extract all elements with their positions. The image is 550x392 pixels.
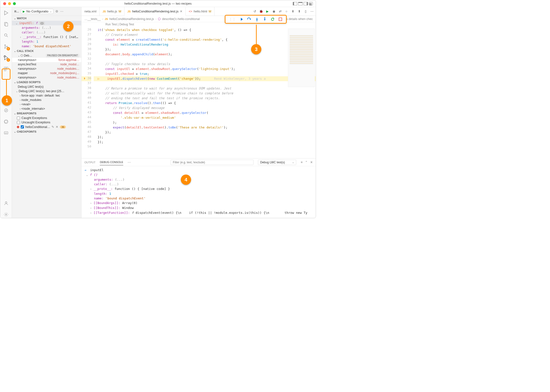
breakpoints-header[interactable]: ⌄Breakpoints <box>12 111 81 116</box>
test-icon[interactable] <box>3 107 10 114</box>
filter-input[interactable] <box>171 160 254 165</box>
breakpoint-row[interactable]: Caught Exceptions <box>12 116 81 120</box>
tab-hello-html[interactable]: <> hello.html M <box>186 7 214 16</box>
session-select[interactable]: Debug LWC test(s)⌄ <box>258 160 296 165</box>
loaded-script[interactable]: › <eval> <box>12 102 81 107</box>
stack-frame[interactable]: <anonymous> node_modules… <box>12 75 81 80</box>
maximize-window-button[interactable] <box>13 2 16 5</box>
callout-1: 1 <box>2 95 12 106</box>
close-panel-icon[interactable]: ✕ <box>310 160 313 164</box>
watch-item[interactable]: name: 'bound dispatchEvent' <box>12 44 81 49</box>
loaded-script[interactable]: › force-app/main/default/lwc <box>12 93 81 98</box>
callstack-section-header[interactable]: ⌄Call Stack <box>12 49 81 53</box>
continue-button[interactable] <box>239 17 244 21</box>
loaded-script[interactable]: Debug LWC test(s) <box>12 85 81 89</box>
debug-icon[interactable]: 1 <box>3 54 10 61</box>
bug-icon[interactable]: 🐞 <box>259 10 263 13</box>
debug-console-output[interactable]: → inputEl ⌄ f () arguments: (...) caller… <box>81 166 316 218</box>
github-icon[interactable] <box>3 118 10 125</box>
uncaught-checkbox[interactable] <box>17 121 20 124</box>
step-over-button[interactable] <box>247 17 251 21</box>
js-icon: JS <box>127 10 131 13</box>
caught-checkbox[interactable] <box>17 117 20 120</box>
more-icon[interactable]: ⋯ <box>310 10 314 13</box>
more-icon[interactable]: ⋯ <box>60 10 63 13</box>
loaded-script[interactable]: › <node_internals> <box>12 107 81 111</box>
remove-icon[interactable]: ✕ <box>56 125 58 129</box>
gear-icon[interactable]: ⚙ <box>55 10 58 13</box>
edit-icon[interactable]: ✎ <box>51 125 54 129</box>
config-name: No Configuratio <box>26 10 48 13</box>
js-icon: JS <box>105 18 108 20</box>
api-icon[interactable]: API <box>3 129 10 136</box>
minimize-window-button[interactable] <box>8 2 11 5</box>
debug-console-tab[interactable]: Debug Console <box>100 159 123 165</box>
js-icon: JS <box>102 10 106 13</box>
bottom-panel: Output Debug Console ⋯ Debug LWC test(s)… <box>81 158 316 218</box>
more-actions-icon[interactable]: ○ <box>285 10 288 13</box>
debug-config-select[interactable]: ▶ No Configuratio ⌄ <box>21 9 53 14</box>
svg-line-3 <box>7 36 8 37</box>
breakpoint-row[interactable]: Uncaught Exceptions <box>12 120 81 125</box>
step-out-button[interactable] <box>263 17 267 21</box>
stack-frame[interactable]: asyncJestTest node_modul… <box>12 62 81 67</box>
panel-right-icon[interactable] <box>304 2 308 5</box>
close-icon[interactable]: ✕ <box>180 10 183 13</box>
watch-item[interactable]: › __proto__: function () { [nat… <box>12 35 81 39</box>
panel-left-icon[interactable] <box>293 2 297 5</box>
line-gutter[interactable]: 26272829303132333435◗ 363738394041424344… <box>81 28 94 158</box>
stack-frame[interactable]: mapper node_modules/jest-j… <box>12 71 81 75</box>
stack-frame[interactable]: <anonymous> node_modules… <box>12 67 81 71</box>
drag-handle-icon[interactable]: ⋮⋮ <box>229 17 236 21</box>
clear-icon[interactable]: ≡ <box>301 160 303 164</box>
breakpoint-row[interactable]: helloConditional… ✎✕ 36 <box>12 125 81 129</box>
debug-badge: 1 <box>7 58 10 62</box>
watch-section-header[interactable]: ⌄Watch <box>12 16 81 21</box>
run-icon[interactable]: ▶ <box>265 10 269 13</box>
accounts-icon[interactable] <box>3 200 10 207</box>
output-tab[interactable]: Output <box>84 159 95 165</box>
scm-badge: 5 <box>7 47 10 50</box>
watch-item[interactable]: length: 1 <box>12 39 81 44</box>
close-window-button[interactable] <box>3 2 6 5</box>
panel-bottom-icon[interactable] <box>298 2 303 5</box>
debug-sidebar: R… ▶ No Configuratio ⌄ ⚙ ⋯ ⌄Watch ⌄ inpu… <box>12 7 81 218</box>
split-icon[interactable]: ▯ <box>304 10 307 13</box>
loaded-scripts-header[interactable]: ⌄Loaded Scripts <box>12 80 81 85</box>
run-test-link[interactable]: Run Test <box>105 23 117 26</box>
svg-point-12 <box>4 109 8 112</box>
restart-button[interactable] <box>270 17 275 21</box>
search-icon[interactable] <box>3 32 10 39</box>
history-icon[interactable]: ↺ <box>253 10 257 13</box>
compare-icon[interactable]: ⇄ <box>278 10 282 13</box>
tab-hello-js[interactable]: JS hello.js M <box>100 7 124 16</box>
checkpoints-header[interactable]: ⌄Checkpoints <box>12 129 81 134</box>
file-bp-checkbox[interactable] <box>21 125 24 128</box>
tab-meta-xml[interactable]: neta.xml <box>81 7 100 16</box>
explorer-icon[interactable] <box>3 21 10 28</box>
run-debug-icon[interactable] <box>3 10 10 16</box>
debug-test-link[interactable]: Debug Test <box>119 23 134 26</box>
tab-test-js[interactable]: JS helloConditionalRendering.test.js ✕ <box>124 7 186 16</box>
extensions-icon[interactable] <box>3 66 10 72</box>
debug-thread[interactable]: ⌄ ⬡ Deb… PAUSED ON BREAKPOINT <box>12 53 81 58</box>
loaded-script[interactable]: ⌄ Debug LWC test(s): lwc-jest [25… <box>12 89 81 93</box>
play-icon: ▶ <box>23 10 25 13</box>
customize-layout-icon[interactable]: ⊞ <box>309 2 313 5</box>
stop-button[interactable] <box>278 17 283 21</box>
layout-controls: ⊞ <box>293 2 313 5</box>
svg-rect-8 <box>4 67 6 69</box>
retrieve-icon[interactable]: ⬇ <box>291 10 295 13</box>
loaded-script[interactable]: › node_modules <box>12 98 81 102</box>
settings-icon[interactable] <box>3 211 10 218</box>
minimap[interactable] <box>288 29 315 87</box>
svg-rect-10 <box>4 69 6 71</box>
step-into-button[interactable] <box>255 17 259 21</box>
code-editor[interactable]: it('shows details when checkbox toggled'… <box>94 28 316 158</box>
source-control-icon[interactable]: 5 <box>3 43 10 50</box>
deploy-icon[interactable]: ⬆ <box>297 10 301 13</box>
collapse-icon[interactable]: ⌃ <box>305 160 308 164</box>
eye-icon[interactable]: ◉ <box>272 10 276 13</box>
stack-frame[interactable]: <anonymous> force-app/mai… <box>12 58 81 62</box>
more-icon[interactable]: ⋯ <box>128 160 131 164</box>
